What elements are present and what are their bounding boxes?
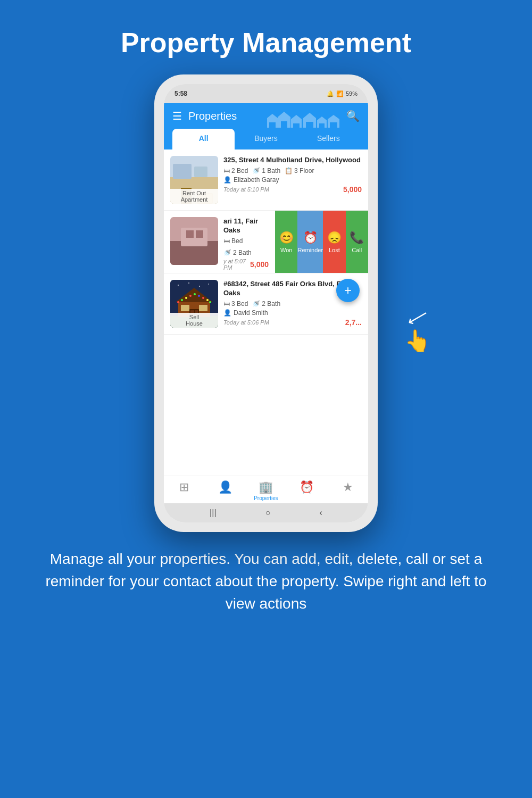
svg-rect-36 (199, 305, 207, 311)
svg-point-39 (185, 297, 187, 299)
baths-1: 1 Bath (262, 167, 280, 174)
bath-icon-2: 🚿 (223, 249, 231, 256)
back-nav[interactable]: ||| (210, 508, 216, 518)
nav-properties[interactable]: 🏢 Properties (246, 480, 287, 501)
lost-icon: 😞 (327, 231, 342, 245)
property-card-1[interactable]: Rent Out Apartment 325, Street 4 Mulholl… (164, 149, 368, 211)
action-reminder[interactable]: ⏰ Reminder (297, 211, 323, 273)
notification-icon: 🔔 (327, 90, 334, 97)
nav-favorites[interactable]: ★ (327, 480, 368, 501)
tab-all[interactable]: All (172, 129, 235, 149)
status-bar: 5:58 🔔 📶 59% (164, 84, 368, 103)
tab-buyers[interactable]: Buyers (235, 129, 297, 149)
svg-point-43 (202, 297, 204, 299)
tab-sellers[interactable]: Sellers (297, 129, 360, 149)
bath-icon-1: 🚿 (252, 167, 260, 174)
svg-rect-15 (194, 167, 207, 177)
status-icons: 🔔 📶 59% (327, 90, 358, 97)
price-2: 5,000 (250, 260, 269, 269)
agent-icon-3: 👤 (223, 309, 231, 317)
status-time: 5:58 (174, 90, 187, 97)
svg-rect-5 (293, 123, 300, 128)
agent-row-1: 👤 Elizabeth Garay (223, 176, 362, 184)
property-image-2 (170, 217, 218, 265)
property-image-1: Rent Out Apartment (170, 156, 218, 204)
tabs-bar: All Buyers Sellers (164, 129, 368, 149)
phone-frame: 5:58 🔔 📶 59% ☰ Properties (154, 74, 378, 532)
svg-rect-23 (196, 230, 203, 238)
swipe-hand: 👆 (404, 328, 431, 353)
property-details-1: 🛏 2 Bed 🚿 1 Bath 📋 3 Floor (223, 167, 362, 174)
svg-rect-14 (173, 164, 192, 179)
contacts-icon: 👤 (218, 480, 232, 494)
agent-row-3: 👤 David Smith (223, 309, 362, 317)
beds-3: 3 Bed (231, 300, 248, 307)
bed-icon-3: 🛏 (223, 300, 230, 307)
svg-point-27 (199, 286, 200, 287)
svg-point-40 (189, 295, 192, 297)
reminders-icon: ⏰ (300, 480, 314, 494)
card-label-3: Sell House (170, 313, 218, 328)
recent-nav[interactable]: ‹ (320, 508, 322, 518)
nav-properties-label: Properties (254, 495, 278, 501)
svg-point-28 (208, 284, 209, 285)
nav-contacts[interactable]: 👤 (205, 480, 246, 501)
action-lost[interactable]: 😞 Lost (323, 211, 345, 273)
property-address-1: 325, Street 4 Mulholland Drive, Hollywoo… (223, 156, 362, 165)
property-address-2: ari 11, Fair Oaks (223, 217, 269, 235)
action-call[interactable]: 📞 Call (346, 211, 368, 273)
hamburger-icon[interactable]: ☰ (172, 110, 182, 122)
svg-rect-22 (186, 230, 194, 238)
call-icon: 📞 (350, 231, 364, 245)
add-button[interactable]: + (336, 279, 360, 302)
svg-point-42 (198, 295, 200, 297)
reminder-icon: ⏰ (303, 231, 318, 245)
property-details-3: 🛏 3 Bed 🚿 2 Bath (223, 300, 362, 307)
property-card-2-area[interactable]: ari 11, Fair Oaks 🛏 Bed 🚿 2 Bath (164, 211, 368, 273)
svg-rect-1 (269, 122, 276, 128)
swipe-actions: 😊 Won ⏰ Reminder 😞 Lost 📞 (275, 211, 368, 273)
app-header: ☰ Properties � (164, 103, 368, 129)
svg-point-26 (188, 282, 189, 284)
app-title: Properties (188, 110, 237, 122)
time-1: Today at 5:10 PM (223, 186, 269, 193)
svg-point-45 (209, 301, 211, 303)
mid-info: ari 11, Fair Oaks 🛏 Bed 🚿 2 Bath (223, 217, 269, 271)
bath-icon-3: 🚿 (252, 300, 260, 307)
won-label: Won (280, 247, 292, 253)
floor-icon-1: 📋 (285, 167, 293, 174)
svg-rect-11 (330, 122, 337, 128)
properties-icon: 🏢 (259, 480, 273, 494)
baths-2: 2 Bath (233, 249, 252, 256)
property-details-2: 🛏 Bed 🚿 2 Bath (223, 237, 269, 256)
svg-point-38 (181, 299, 183, 301)
card-label-1: Rent Out Apartment (170, 189, 218, 204)
floor-1: 3 Floor (294, 167, 314, 174)
battery-text: 59% (346, 90, 358, 97)
svg-point-37 (177, 301, 179, 303)
home-nav[interactable]: ○ (265, 508, 271, 518)
reminder-label: Reminder (297, 247, 323, 253)
time-price-2: y at 5:07 PM 5,000 (223, 258, 269, 271)
header-decoration (262, 107, 347, 129)
bed-icon-2: 🛏 (223, 237, 230, 245)
property-card-3[interactable]: Sell House #68342, Street 485 Fair Orks … (164, 273, 368, 335)
price-1: 5,000 (343, 185, 362, 194)
svg-point-41 (194, 293, 196, 295)
wifi-icon: 📶 (336, 90, 344, 97)
baths-3: 2 Bath (262, 300, 280, 307)
properties-list: Rent Out Apartment 325, Street 4 Mulholl… (164, 149, 368, 476)
description-text: Manage all your properties. You can add,… (0, 532, 532, 631)
nav-reminders[interactable]: ⏰ (286, 480, 327, 501)
svg-rect-3 (281, 121, 287, 128)
svg-rect-21 (181, 228, 207, 246)
bottom-nav: ⊞ 👤 🏢 Properties ⏰ ★ (164, 476, 368, 503)
search-icon[interactable]: 🔍 (346, 110, 360, 122)
nav-grid[interactable]: ⊞ (164, 480, 205, 501)
action-won[interactable]: 😊 Won (275, 211, 297, 273)
phone-nav-bar: ||| ○ ‹ (164, 503, 368, 522)
time-price-1: Today at 5:10 PM 5,000 (223, 185, 362, 194)
price-3: 2,7... (345, 318, 362, 327)
svg-point-44 (206, 299, 209, 301)
svg-rect-35 (181, 305, 189, 311)
